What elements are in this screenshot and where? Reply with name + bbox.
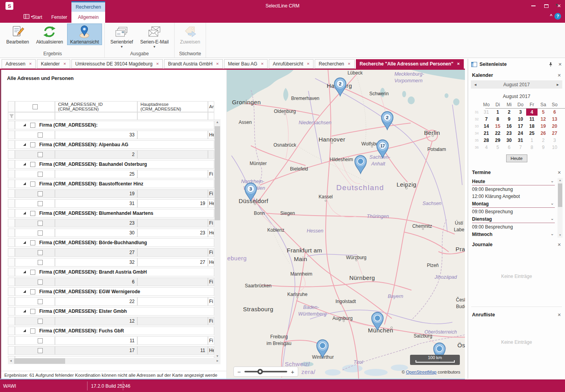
row-checkbox[interactable] xyxy=(30,162,35,167)
calendar-day[interactable]: 5 xyxy=(538,109,549,116)
prev-month-icon[interactable]: ◄ xyxy=(474,83,477,87)
close-icon[interactable]: ✕ xyxy=(63,62,66,66)
column-header-anrede[interactable]: An xyxy=(208,101,214,112)
doc-tab-recherchen[interactable]: Recherchen✕ xyxy=(315,59,354,69)
calendar-day[interactable]: 29 xyxy=(492,137,503,144)
calendar-day[interactable]: 22 xyxy=(492,130,503,137)
row-checkbox[interactable] xyxy=(38,191,43,196)
row-checkbox[interactable] xyxy=(30,123,35,128)
doc-tab-anrufübersicht[interactable]: Anrufübersicht✕ xyxy=(269,59,313,69)
close-icon[interactable]: ✕ xyxy=(457,62,460,66)
vertical-scrollbar[interactable]: ▲ ▼ xyxy=(214,119,221,359)
ribbon-button-bearbeiten[interactable]: Bearbeiten xyxy=(3,24,32,45)
calendar-day[interactable]: 30 xyxy=(503,137,515,144)
ribbon-button-aktualisieren[interactable]: Aktualisieren xyxy=(33,24,66,45)
calendar-day[interactable]: 14 xyxy=(481,123,492,130)
table-row[interactable]: 1711He xyxy=(8,346,221,355)
doc-tab-brandt-austria-gmbh[interactable]: Brandt Austria GmbH✕ xyxy=(164,59,223,69)
close-icon[interactable]: ✕ xyxy=(348,62,351,66)
calendar-day[interactable]: 18 xyxy=(526,123,538,130)
scrollbar-thumb[interactable] xyxy=(14,358,65,364)
row-checkbox[interactable] xyxy=(30,270,35,275)
calendar-day[interactable]: 15 xyxy=(492,123,503,130)
dropdown-caret-icon[interactable]: ▼ xyxy=(153,45,156,49)
calendar-day[interactable]: 6 xyxy=(549,109,560,116)
calendar-day[interactable]: 21 xyxy=(481,130,492,137)
filter-input-anrede[interactable] xyxy=(208,112,214,120)
appointment-item[interactable]: 09:00 Besprechung xyxy=(472,185,555,192)
map-cluster-pin[interactable]: 2 xyxy=(332,76,348,97)
contextual-tab-recherchen[interactable]: Recherchen xyxy=(71,1,105,12)
map-pin[interactable] xyxy=(370,311,385,331)
calendar-day[interactable]: 26 xyxy=(538,130,549,137)
tab-fenster[interactable]: Fenster xyxy=(48,12,71,23)
calendar-day[interactable]: 10 xyxy=(549,144,560,151)
minimize-icon[interactable] xyxy=(531,5,536,6)
close-icon[interactable]: ✕ xyxy=(307,62,310,66)
close-icon[interactable]: ✕ xyxy=(558,242,561,247)
doc-tab-adressen[interactable]: Adressen✕ xyxy=(2,59,36,69)
table-row[interactable]: 3119He xyxy=(8,199,221,208)
column-header-hauptadresse[interactable]: Hauptadresse (CRM_ADRESSEN) xyxy=(137,101,208,112)
tree-expander-icon[interactable] xyxy=(23,328,26,334)
table-row[interactable]: 12Fi xyxy=(8,317,221,325)
horizontal-scrollbar[interactable]: ◄ ► xyxy=(8,358,221,364)
calendar-day-selected[interactable]: 4 xyxy=(526,109,538,116)
calendar-day[interactable]: 3 xyxy=(549,137,560,144)
filter-input-select[interactable] xyxy=(15,112,55,120)
calendar-day[interactable]: 5 xyxy=(492,144,503,151)
row-checkbox[interactable] xyxy=(38,279,43,285)
doc-tab-kalender[interactable]: Kalender✕ xyxy=(37,59,70,69)
filter-input-hauptadresse[interactable] xyxy=(137,112,208,120)
calendar-day[interactable]: 6 xyxy=(503,144,515,151)
table-group-row[interactable]: Firma (CRM_ADRESSEN): Baustoffcenter Hin… xyxy=(8,180,221,188)
row-checkbox[interactable] xyxy=(38,152,43,157)
row-checkbox[interactable] xyxy=(38,250,43,255)
chevron-down-icon[interactable]: ⌄ xyxy=(550,231,554,236)
table-group-row[interactable]: Firma (CRM_ADRESSEN): Elster Gmbh xyxy=(8,307,221,316)
table-row[interactable]: 11Fi xyxy=(8,336,221,345)
close-icon[interactable]: ✕ xyxy=(558,170,561,175)
table-group-row[interactable]: Firma (CRM_ADRESSEN): Alpenbau AG xyxy=(8,140,221,149)
row-checkbox[interactable] xyxy=(38,299,43,304)
collapse-ribbon-icon[interactable]: ^ xyxy=(550,13,552,18)
table-row[interactable]: 2 xyxy=(8,150,221,159)
calendar-day[interactable]: 9 xyxy=(503,116,515,123)
scroll-up-icon[interactable]: ▲ xyxy=(214,119,221,125)
appointment-group-heute[interactable]: Heute⌄ xyxy=(472,177,555,185)
table-group-row[interactable]: Firma (CRM_ADRESSEN): xyxy=(8,121,221,129)
openstreetmap-link[interactable]: OpenStreetMap xyxy=(406,370,437,374)
map-cluster-pin[interactable]: 3 xyxy=(243,181,259,202)
calendar-day[interactable]: 8 xyxy=(492,116,503,123)
doc-tab-umkreissuche-de-39104-magdeburg[interactable]: Umkreissuche DE 39104 Magdeburg✕ xyxy=(71,59,163,69)
scroll-down-icon[interactable]: ▼ xyxy=(558,233,563,238)
zoom-out-icon[interactable]: − xyxy=(237,369,241,375)
calendar-day[interactable]: 23 xyxy=(503,130,515,137)
help-icon[interactable]: ? xyxy=(554,13,561,20)
calendar-day[interactable]: 2 xyxy=(538,137,549,144)
calendar-day[interactable]: 7 xyxy=(515,144,526,151)
tab-start[interactable]: Start xyxy=(27,12,47,23)
pin-icon[interactable] xyxy=(549,62,553,67)
calendar-day[interactable]: 2 xyxy=(503,109,515,116)
calendar-day[interactable]: 1 xyxy=(492,109,503,116)
close-icon[interactable]: ✕ xyxy=(261,62,264,66)
calendar-day[interactable]: 17 xyxy=(515,123,526,130)
close-icon[interactable]: ✕ xyxy=(558,62,562,67)
row-checkbox[interactable] xyxy=(30,328,35,334)
map-zoom-slider[interactable]: − + xyxy=(233,367,298,377)
row-checkbox[interactable] xyxy=(38,172,43,177)
table-group-row[interactable]: Firma (CRM_ADRESSEN): Blumenhandel Maart… xyxy=(8,209,221,218)
close-icon[interactable]: ✕ xyxy=(216,62,219,66)
table-row[interactable]: 25Fi xyxy=(8,170,221,178)
row-checkbox[interactable] xyxy=(38,201,43,206)
appointment-group-mittwoch[interactable]: Mittwoch⌄ xyxy=(472,230,555,237)
dropdown-caret-icon[interactable]: ▼ xyxy=(120,45,123,49)
close-icon[interactable]: ✕ xyxy=(558,312,561,318)
ribbon-button-serien-e-mail[interactable]: Serien-E-Mail▼ xyxy=(137,24,172,49)
map-pin[interactable] xyxy=(315,338,330,359)
tree-expander-icon[interactable] xyxy=(23,122,26,128)
table-row[interactable]: 27Fi xyxy=(8,248,221,257)
row-checkbox[interactable] xyxy=(30,211,35,216)
row-checkbox[interactable] xyxy=(38,221,43,226)
